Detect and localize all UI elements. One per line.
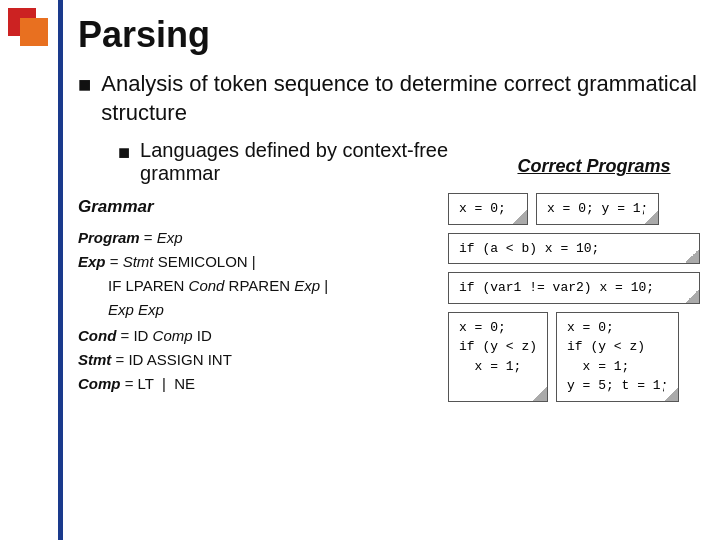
code-row-3: if (var1 != var2) x = 10;	[448, 272, 700, 304]
bullet-icon: ■	[78, 72, 91, 98]
bottom-section: Grammar Program = Exp Exp = Stmt SEMICOL…	[78, 193, 700, 410]
orange-square	[20, 18, 48, 46]
page-title: Parsing	[78, 14, 210, 56]
main-bullet: ■ Analysis of token sequence to determin…	[78, 70, 700, 127]
sub-bullet-icon: ■	[118, 141, 130, 164]
code-row-1: x = 0; x = 0; y = 1;	[448, 193, 700, 225]
grammar-line-comp: Comp = LT | NE	[78, 372, 448, 396]
correct-programs-column: x = 0; x = 0; y = 1; if (a < b) x = 10; …	[448, 193, 700, 410]
grammar-line-if: IF LPAREN Cond RPAREN Exp |	[108, 274, 448, 298]
corner-decoration	[0, 0, 60, 60]
sub-bullet-text: Languages defined by context-free gramma…	[140, 139, 488, 185]
code-box-x0y1: x = 0; y = 1;	[536, 193, 659, 225]
code-row-4: x = 0; if (y < z) x = 1; x = 0; if (y < …	[448, 312, 700, 402]
grammar-line-stmt: Stmt = ID ASSIGN INT	[78, 348, 448, 372]
main-content: ■ Analysis of token sequence to determin…	[78, 70, 700, 410]
correct-programs-title: Correct Programs	[517, 156, 670, 177]
code-box-multiline-2: x = 0; if (y < z) x = 1; y = 5; t = 1;	[556, 312, 679, 402]
code-box-if-a-b: if (a < b) x = 10;	[448, 233, 700, 265]
grammar-line-cond: Cond = ID Comp ID	[78, 324, 448, 348]
grammar-line-program: Program = Exp	[78, 226, 448, 250]
sub-bullet: ■ Languages defined by context-free gram…	[118, 139, 488, 185]
blue-bar	[58, 0, 63, 540]
grammar-line-exp-exp: Exp Exp	[108, 298, 448, 322]
code-box-if-var1-var2: if (var1 != var2) x = 10;	[448, 272, 700, 304]
code-box-x0: x = 0;	[448, 193, 528, 225]
code-box-multiline-1: x = 0; if (y < z) x = 1;	[448, 312, 548, 402]
main-bullet-text: Analysis of token sequence to determine …	[101, 70, 700, 127]
grammar-line-exp: Exp = Stmt SEMICOLON |	[78, 250, 448, 274]
code-row-2: if (a < b) x = 10;	[448, 233, 700, 265]
grammar-column: Grammar Program = Exp Exp = Stmt SEMICOL…	[78, 193, 448, 410]
grammar-title: Grammar	[78, 193, 448, 222]
